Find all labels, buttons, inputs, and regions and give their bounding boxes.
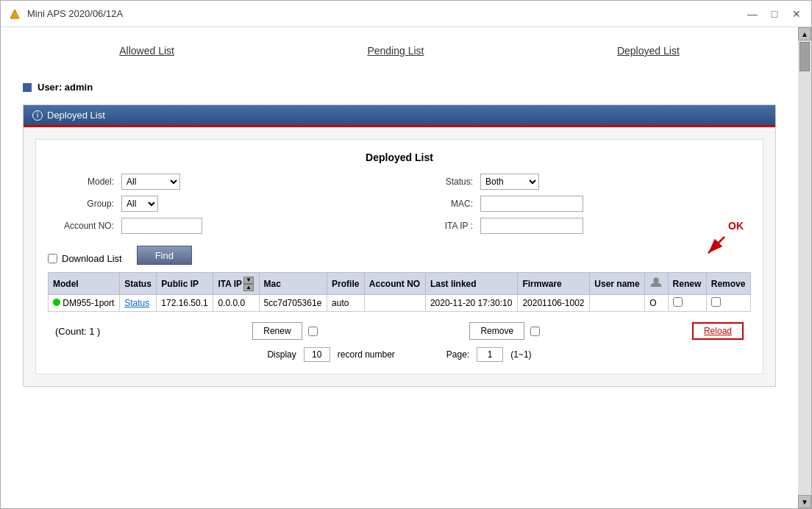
- status-select[interactable]: Both Online Offline: [480, 174, 539, 190]
- remove-all-checkbox[interactable]: [530, 327, 540, 336]
- group-select[interactable]: All: [121, 196, 158, 212]
- account-row: Account NO:: [48, 218, 392, 234]
- maximize-button[interactable]: □: [767, 7, 782, 21]
- scrollbar[interactable]: ▲ ▼: [798, 27, 811, 508]
- table-row: DM955-1port Status 172.16.50.1 0.0.0.0 5…: [49, 295, 751, 312]
- cell-public-ip: 172.16.50.1: [157, 295, 213, 312]
- col-user-name: User name: [590, 273, 645, 295]
- cell-firmware: 20201106-1002: [518, 295, 590, 312]
- svg-point-3: [654, 277, 660, 283]
- form-area: Model: All DM955-1port DM955: [48, 174, 751, 240]
- deployed-list-panel: i Deployed List Deployed List Mo: [23, 104, 776, 387]
- status-link[interactable]: Status: [124, 298, 149, 308]
- scroll-down-button[interactable]: ▼: [798, 495, 811, 508]
- renew-checkbox[interactable]: [673, 297, 683, 307]
- inner-panel-title: Deployed List: [48, 152, 751, 163]
- col-mac: Mac: [259, 273, 327, 295]
- ita-ip-sort-up[interactable]: ▲: [243, 284, 254, 291]
- col-account-no: Account NO: [364, 273, 425, 295]
- tab-deployed-list[interactable]: Deployed List: [611, 42, 685, 60]
- col-profile: Profile: [327, 273, 365, 295]
- cell-renew-check[interactable]: [668, 295, 706, 312]
- data-table: Model Status Public IP ITA IP ▼: [48, 272, 751, 312]
- nav-tabs: Allowed List Pending List Deployed List: [23, 42, 776, 67]
- record-label: record number: [338, 349, 395, 360]
- status-label: Status:: [407, 177, 473, 187]
- model-label: Model:: [48, 177, 114, 187]
- model-row: Model: All DM955-1port DM955: [48, 174, 392, 190]
- group-label: Group:: [48, 199, 114, 209]
- download-list-checkbox[interactable]: [48, 254, 57, 263]
- ok-annotation: OK: [728, 220, 744, 232]
- remove-button[interactable]: Remove: [469, 322, 524, 340]
- remove-checkbox[interactable]: [711, 297, 721, 307]
- minimize-button[interactable]: —: [745, 7, 760, 21]
- account-input[interactable]: [121, 218, 202, 234]
- app-icon: [8, 7, 21, 21]
- mac-input[interactable]: [480, 196, 583, 212]
- cell-model: DM955-1port: [49, 295, 120, 312]
- cell-remove-check[interactable]: [706, 295, 750, 312]
- display-label: Display: [267, 349, 296, 360]
- tab-pending-list[interactable]: Pending List: [361, 42, 430, 60]
- panel-header-icon: i: [32, 110, 43, 121]
- cell-mac: 5cc7d705361e: [259, 295, 327, 312]
- itaip-input[interactable]: [480, 218, 583, 234]
- renew-button[interactable]: Renew: [252, 322, 302, 340]
- ita-ip-sort-down[interactable]: ▼: [243, 277, 254, 284]
- cell-user-val: O: [645, 295, 668, 312]
- account-label: Account NO:: [48, 221, 114, 231]
- cell-last-linked: 2020-11-20 17:30:10: [425, 295, 518, 312]
- close-button[interactable]: ✕: [789, 7, 804, 21]
- panel-header: i Deployed List: [24, 105, 775, 127]
- panel-body: Deployed List Model: All: [24, 127, 775, 386]
- status-indicator: [53, 299, 60, 306]
- svg-marker-0: [10, 10, 19, 18]
- col-ita-ip: ITA IP ▼ ▲: [213, 273, 259, 295]
- svg-line-2: [708, 237, 724, 253]
- page-input[interactable]: [477, 347, 503, 362]
- col-icon: [645, 273, 668, 295]
- scroll-up-button[interactable]: ▲: [798, 27, 811, 40]
- bottom-bar: (Count: 1 ) Renew Remove Reload: [48, 322, 751, 340]
- inner-panel: Deployed List Model: All: [35, 139, 763, 374]
- page-range: (1~1): [510, 349, 531, 360]
- reload-button[interactable]: Reload: [692, 322, 744, 340]
- renew-all-checkbox[interactable]: [308, 327, 318, 336]
- find-button[interactable]: Find: [137, 246, 192, 265]
- user-icon: [23, 83, 32, 92]
- tab-allowed-list[interactable]: Allowed List: [113, 42, 180, 60]
- cell-ita-ip: 0.0.0.0: [213, 295, 259, 312]
- user-label: User: admin: [38, 82, 93, 93]
- status-row: Status: Both Online Offline: [407, 174, 751, 190]
- pagination-row: Display record number Page: (1~1): [48, 347, 751, 362]
- window-title: Mini APS 2020/06/12A: [27, 8, 123, 19]
- col-remove: Remove: [706, 273, 750, 295]
- page-label: Page:: [446, 349, 469, 360]
- group-row: Group: All: [48, 196, 392, 212]
- mac-label: MAC:: [407, 199, 473, 209]
- cell-account-no: [364, 295, 425, 312]
- user-info: User: admin: [23, 82, 776, 93]
- download-list-row: Download List: [48, 253, 122, 264]
- ok-label: OK: [728, 220, 744, 232]
- arrow-annotation: [702, 235, 732, 260]
- scroll-thumb[interactable]: [799, 42, 810, 71]
- renew-group: Renew: [252, 322, 317, 340]
- itaip-row: ITA IP :: [407, 218, 751, 234]
- col-status: Status: [120, 273, 157, 295]
- col-renew: Renew: [668, 273, 706, 295]
- panel-header-title: Deployed List: [47, 110, 105, 121]
- cell-profile: auto: [327, 295, 365, 312]
- col-last-linked: Last linked: [425, 273, 518, 295]
- col-firmware: Firmware: [518, 273, 590, 295]
- col-model: Model: [49, 273, 120, 295]
- col-public-ip: Public IP: [157, 273, 213, 295]
- title-bar: Mini APS 2020/06/12A — □ ✕: [1, 1, 811, 27]
- cell-user-name: [590, 295, 645, 312]
- model-select[interactable]: All DM955-1port DM955: [121, 174, 180, 190]
- count-label: (Count: 1 ): [55, 326, 100, 337]
- remove-group: Remove: [469, 322, 540, 340]
- download-list-label: Download List: [62, 253, 122, 264]
- display-input[interactable]: [304, 347, 330, 362]
